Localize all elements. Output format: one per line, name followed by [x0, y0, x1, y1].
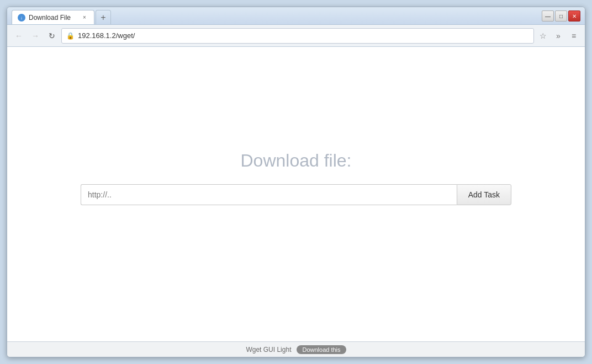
- back-icon: ←: [15, 31, 23, 40]
- close-button[interactable]: ✕: [568, 10, 580, 22]
- refresh-icon: ↻: [49, 31, 55, 40]
- address-icon: 🔒: [66, 32, 75, 40]
- url-input[interactable]: [81, 184, 457, 205]
- window-controls: — □ ✕: [542, 10, 580, 22]
- download-heading: Download file:: [241, 151, 352, 171]
- download-this-badge[interactable]: Download this: [297, 345, 346, 354]
- download-form: Add Task: [81, 184, 511, 205]
- maximize-button[interactable]: □: [555, 10, 567, 22]
- tab-favicon: [18, 14, 25, 22]
- address-bar-container: 🔒: [61, 28, 534, 44]
- title-bar: Download File × + — □ ✕: [7, 7, 585, 25]
- tab-close-button[interactable]: ×: [81, 14, 88, 22]
- nav-extras: ☆ » ≡: [536, 29, 580, 42]
- new-tab-button[interactable]: +: [96, 10, 111, 24]
- address-input[interactable]: [78, 31, 529, 40]
- add-task-button[interactable]: Add Task: [457, 184, 511, 205]
- status-text: Wget GUI Light: [246, 346, 291, 354]
- bookmark-button[interactable]: ☆: [536, 29, 549, 42]
- forward-icon: →: [31, 31, 39, 40]
- menu-button[interactable]: ≡: [567, 29, 580, 42]
- forward-button[interactable]: →: [28, 29, 43, 43]
- tab-bar: Download File × +: [12, 8, 111, 24]
- page-content: Download file: Add Task: [7, 47, 585, 341]
- minimize-button[interactable]: —: [542, 10, 554, 22]
- status-bar: Wget GUI Light Download this: [7, 341, 585, 357]
- active-tab[interactable]: Download File ×: [12, 10, 94, 24]
- browser-window: Download File × + — □ ✕ ← → ↻ 🔒 ☆ » ≡: [7, 7, 585, 357]
- more-button[interactable]: »: [552, 29, 565, 42]
- refresh-button[interactable]: ↻: [45, 29, 59, 43]
- tab-label: Download File: [29, 14, 71, 22]
- nav-bar: ← → ↻ 🔒 ☆ » ≡: [7, 25, 585, 47]
- back-button[interactable]: ←: [12, 29, 26, 43]
